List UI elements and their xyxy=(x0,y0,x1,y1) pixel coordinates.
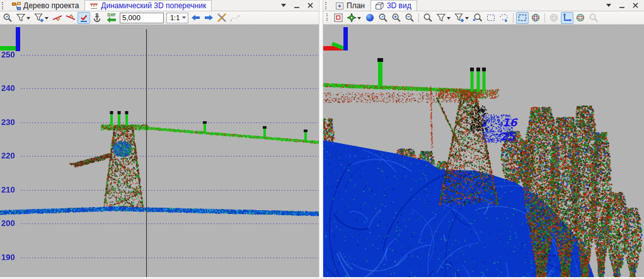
zoom-dynamic-button[interactable] xyxy=(377,12,389,24)
orbit-button[interactable] xyxy=(529,12,542,24)
extent-frame-icon xyxy=(517,13,527,23)
tab-plan[interactable]: План xyxy=(330,0,371,11)
point-cloud-button[interactable] xyxy=(364,12,376,24)
zoom-window-button[interactable] xyxy=(422,12,434,24)
pane-menu-button[interactable] xyxy=(605,2,612,9)
filter-icon xyxy=(16,13,26,23)
pane-menu-button[interactable] xyxy=(280,2,287,9)
marquee-select-button[interactable] xyxy=(485,12,497,24)
view-extent-toggle[interactable] xyxy=(516,12,529,24)
magnifier-select-icon xyxy=(473,13,483,23)
zoom-in-icon xyxy=(391,13,401,23)
polyline-icon xyxy=(230,13,240,23)
view-orientation-button[interactable] xyxy=(345,12,363,24)
compass-star-icon xyxy=(347,13,357,23)
next-section-button[interactable] xyxy=(202,12,215,24)
cross-section-icon xyxy=(89,1,98,10)
rotate-view-button[interactable] xyxy=(574,12,587,24)
dxf-export-button[interactable]: DXF xyxy=(104,12,119,24)
filter-add-icon xyxy=(34,13,44,23)
tab-label: Динамический 3D поперечник xyxy=(101,1,206,10)
filter-add-button[interactable] xyxy=(33,12,50,24)
apply-toggle-button[interactable] xyxy=(78,12,90,24)
cube-3d-icon xyxy=(375,1,384,10)
hand-line-icon xyxy=(66,13,76,23)
cross-section-pane: Дерево проекта Динамический 3D поперечни… xyxy=(0,0,319,277)
tabbar-grip[interactable] xyxy=(2,2,5,9)
magnifier-user-icon xyxy=(3,13,13,23)
close-button[interactable] xyxy=(306,2,314,9)
area-select-button[interactable] xyxy=(332,12,345,24)
arrow-right-icon xyxy=(204,13,214,23)
tab-label: 3D вид xyxy=(387,1,411,10)
previous-section-button[interactable] xyxy=(189,12,202,24)
zoom-out-button[interactable] xyxy=(403,12,416,24)
chevron-down-icon xyxy=(182,16,186,21)
filter-button[interactable] xyxy=(14,12,32,24)
tab-label: Дерево проекта xyxy=(23,1,79,10)
anchor-icon xyxy=(92,13,102,23)
filter-add-icon xyxy=(454,13,464,23)
separator xyxy=(544,13,545,23)
polyline-button[interactable] xyxy=(229,12,241,24)
filter-icon xyxy=(436,13,446,23)
zoom-dynamic-button[interactable] xyxy=(1,12,14,24)
tab-dynamic-cross-section[interactable]: Динамический 3D поперечник xyxy=(84,0,212,11)
zoom-ratio-value: 1:1 xyxy=(170,14,180,21)
plan-icon xyxy=(335,1,344,10)
close-button[interactable] xyxy=(631,2,639,9)
view3d-pane: План 3D вид xyxy=(323,0,644,277)
zoom-locked-button[interactable] xyxy=(587,12,600,24)
arrow-left-icon xyxy=(190,13,200,23)
tab-3d-view[interactable]: 3D вид xyxy=(371,0,417,11)
project-tree-icon xyxy=(11,1,21,10)
chevron-down-icon xyxy=(357,17,361,21)
magnifier-user-icon xyxy=(378,13,388,23)
settings-button[interactable] xyxy=(216,12,228,24)
hand-line-icon xyxy=(52,13,62,23)
anchor-button[interactable] xyxy=(91,12,103,24)
toolbar-grip[interactable] xyxy=(326,13,330,21)
view3d-toolbar xyxy=(323,11,644,25)
edit-section-left-button[interactable] xyxy=(51,12,64,24)
dxf-export-icon: DXF xyxy=(105,13,118,23)
axis-corner-icon xyxy=(562,13,572,23)
magnifier-gray-icon xyxy=(589,13,599,23)
zoom-out-icon xyxy=(405,13,415,23)
magnifier-icon xyxy=(423,13,433,23)
filter-button[interactable] xyxy=(435,12,452,24)
left-window-buttons xyxy=(280,2,319,11)
tabbar-grip[interactable] xyxy=(325,2,328,9)
minimize-button[interactable] xyxy=(618,2,626,9)
lasso-icon xyxy=(499,13,509,23)
axis-view-toggle[interactable] xyxy=(561,12,573,24)
orbit-icon xyxy=(575,13,585,23)
orbit-free-button[interactable] xyxy=(548,12,560,24)
sphere-icon xyxy=(365,13,375,23)
chevron-down-icon xyxy=(26,17,30,21)
area-select-icon xyxy=(333,13,343,23)
chevron-down-icon xyxy=(45,17,49,21)
left-tab-bar: Дерево проекта Динамический 3D поперечни… xyxy=(0,0,319,11)
filter-add-button[interactable] xyxy=(453,12,471,24)
separator xyxy=(513,13,514,23)
lasso-select-button[interactable] xyxy=(498,12,510,24)
zoom-in-button[interactable] xyxy=(390,12,403,24)
tab-label: План xyxy=(347,1,365,10)
separator xyxy=(418,13,419,23)
chevron-down-icon xyxy=(465,17,469,21)
pane-splitter[interactable] xyxy=(319,0,323,277)
tools-icon xyxy=(217,13,227,23)
tab-project-tree[interactable]: Дерево проекта xyxy=(7,0,84,11)
workspace: Дерево проекта Динамический 3D поперечни… xyxy=(0,0,644,277)
zoom-selection-button[interactable] xyxy=(471,12,484,24)
edit-section-right-button[interactable] xyxy=(64,12,77,24)
right-tab-bar: План 3D вид xyxy=(323,0,644,11)
marquee-icon xyxy=(486,13,496,23)
minimize-button[interactable] xyxy=(293,2,301,9)
view3d-viewport[interactable] xyxy=(323,25,644,277)
cross-section-viewport[interactable] xyxy=(0,25,319,277)
zoom-ratio-select[interactable]: 1:1 xyxy=(166,13,188,23)
scale-input[interactable] xyxy=(120,13,164,23)
right-window-buttons xyxy=(605,2,644,11)
